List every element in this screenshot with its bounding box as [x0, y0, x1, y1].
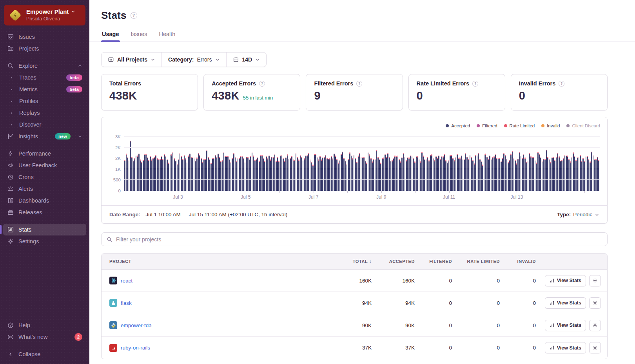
- sidebar-item-crons[interactable]: Crons: [3, 171, 86, 183]
- chart-bar: [208, 157, 209, 191]
- project-link[interactable]: ruby-on-rails: [121, 345, 150, 351]
- sidebar-item-projects[interactable]: Projects: [3, 43, 86, 54]
- category-filter-dropdown[interactable]: Category: Errors: [161, 53, 226, 67]
- sidebar-item-traces[interactable]: Traces beta: [3, 72, 86, 83]
- legend-item-accepted[interactable]: Accepted: [446, 123, 470, 128]
- view-stats-button[interactable]: View Stats: [545, 297, 586, 309]
- legend-item-invalid[interactable]: Invalid: [541, 123, 560, 128]
- chart-bar: [532, 157, 533, 191]
- tabs: Usage Issues Health: [89, 31, 635, 42]
- chart-bar: [441, 156, 443, 191]
- y-axis-tick-label: 1K: [105, 167, 121, 172]
- tab-health[interactable]: Health: [158, 31, 176, 42]
- org-switcher[interactable]: Empower Plant Priscila Oliveira: [4, 5, 85, 25]
- chart-bar: [311, 162, 312, 191]
- project-filter-dropdown[interactable]: All Projects: [102, 53, 161, 67]
- search-icon: [7, 62, 14, 69]
- chart-bar: [307, 155, 308, 191]
- sidebar-item-label: Projects: [18, 45, 39, 52]
- project-link[interactable]: empower-tda: [121, 322, 152, 328]
- sidebar-item-settings[interactable]: Settings: [3, 235, 86, 247]
- project-settings-button[interactable]: [589, 320, 601, 331]
- card-rate-limited-errors: Rate Limited Errors? 0: [408, 74, 505, 110]
- sidebar-item-alerts[interactable]: Alerts: [3, 183, 86, 195]
- col-rate-limited[interactable]: RATE LIMITED: [454, 259, 501, 264]
- tab-usage[interactable]: Usage: [101, 31, 120, 42]
- col-total[interactable]: TOTAL↓: [332, 259, 373, 264]
- insights-icon: [7, 133, 14, 140]
- legend-item-rate-limited[interactable]: Rate Limited: [504, 123, 535, 128]
- tab-issues[interactable]: Issues: [130, 31, 148, 42]
- view-stats-button[interactable]: View Stats: [545, 342, 586, 353]
- sidebar-item-discover[interactable]: Discover: [3, 119, 86, 130]
- chart-bar: [129, 160, 130, 191]
- project-search-input[interactable]: [116, 236, 602, 243]
- gear-icon: [592, 300, 598, 306]
- legend-item-client-discard[interactable]: Client Discard: [566, 123, 600, 128]
- performance-icon: [7, 150, 14, 157]
- page-help-icon[interactable]: ?: [131, 12, 137, 19]
- chart-bar: [356, 162, 357, 191]
- sidebar-item-help[interactable]: Help: [3, 319, 86, 331]
- chart-bar: [285, 158, 287, 191]
- sidebar-item-performance[interactable]: Performance: [3, 148, 86, 159]
- sidebar-item-whats-new[interactable]: What's new 2: [3, 331, 86, 343]
- col-accepted[interactable]: ACCEPTED: [373, 259, 416, 264]
- help-icon[interactable]: ?: [356, 81, 362, 87]
- view-stats-button[interactable]: View Stats: [545, 320, 586, 331]
- chart-bar: [288, 159, 290, 191]
- col-invalid[interactable]: INVALID: [501, 259, 537, 264]
- chart-bar: [291, 156, 292, 191]
- chart-bar: [315, 154, 316, 191]
- chart-bar: [287, 154, 288, 191]
- legend-item-filtered[interactable]: Filtered: [477, 123, 497, 128]
- chart-bar: [382, 158, 383, 191]
- date-range-dropdown[interactable]: 14D: [226, 53, 267, 67]
- chart-bars: [124, 137, 600, 191]
- org-logo-icon: [9, 9, 22, 22]
- sidebar-item-replays[interactable]: Replays: [3, 107, 86, 119]
- project-link[interactable]: flask: [121, 300, 132, 306]
- project-settings-button[interactable]: [589, 297, 601, 309]
- project-link[interactable]: react: [121, 278, 132, 284]
- chart-type-dropdown[interactable]: Type: Periodic: [557, 212, 599, 217]
- sidebar-collapse-button[interactable]: Collapse: [3, 348, 86, 360]
- chart-bar: [484, 154, 485, 191]
- sidebar-item-releases[interactable]: Releases: [3, 206, 86, 218]
- sidebar-item-user-feedback[interactable]: User Feedback: [3, 159, 86, 171]
- col-filtered[interactable]: FILTERED: [416, 259, 454, 264]
- help-icon[interactable]: ?: [259, 81, 265, 87]
- cell-total: 90K: [332, 322, 373, 328]
- view-stats-button[interactable]: View Stats: [545, 275, 586, 286]
- sidebar-item-metrics[interactable]: Metrics beta: [3, 83, 86, 95]
- chart-bar: [559, 156, 560, 191]
- chart-bar: [526, 162, 527, 191]
- chart-bar: [579, 157, 580, 191]
- sidebar-group-explore[interactable]: Explore: [3, 60, 86, 72]
- sidebar-footer: Help What's new 2 Collapse: [3, 319, 86, 360]
- sidebar-item-stats[interactable]: Stats: [3, 224, 86, 235]
- sidebar-item-insights[interactable]: Insights new: [3, 130, 86, 142]
- chart-bar: [560, 161, 561, 191]
- sidebar-item-label: Stats: [18, 226, 31, 233]
- chart-bar: [564, 155, 566, 191]
- project-settings-button[interactable]: [589, 275, 601, 286]
- chart-bar: [148, 160, 149, 191]
- project-settings-button[interactable]: [589, 342, 601, 353]
- help-icon[interactable]: ?: [472, 81, 478, 87]
- legend-dot: [541, 124, 544, 127]
- col-project[interactable]: PROJECT: [102, 259, 332, 264]
- help-icon[interactable]: ?: [559, 81, 564, 87]
- sidebar-item-issues[interactable]: Issues: [3, 31, 86, 43]
- chart-bar: [294, 160, 295, 191]
- sidebar-item-profiles[interactable]: Profiles: [3, 95, 86, 107]
- chart-bar: [438, 156, 439, 191]
- chart-bar: [301, 157, 302, 191]
- chart-bar: [488, 159, 489, 191]
- chart-bar: [361, 157, 362, 191]
- chart-bar: [124, 160, 125, 191]
- chart-bar: [486, 157, 488, 191]
- clock-icon: [7, 174, 14, 181]
- chart-bar: [341, 154, 342, 191]
- sidebar-item-dashboards[interactable]: Dashboards: [3, 195, 86, 206]
